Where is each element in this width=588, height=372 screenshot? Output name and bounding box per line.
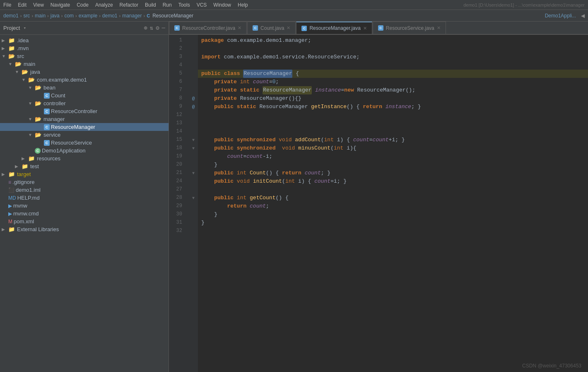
code-line-24: public void initCount(int i) { count=i; … — [198, 177, 588, 186]
settings-icon[interactable]: ⚙ — [156, 24, 159, 31]
file-icon-iml: ⬛ — [8, 187, 14, 193]
code-editor: 1 2 3 4 5 6 7 8 9 12 13 14 15 18 19 20 2… — [169, 35, 588, 372]
code-line-27 — [198, 186, 588, 194]
menu-build[interactable]: Build — [145, 2, 156, 8]
tree-item-idea[interactable]: ▶ 📁 .idea — [0, 36, 169, 44]
tree-item-resourceservice[interactable]: C ResourceService — [0, 139, 169, 147]
tab-close-count[interactable]: ✕ — [287, 25, 290, 31]
menu-tools[interactable]: Tools — [178, 2, 190, 8]
code-line-9: public static ResourceManager getInstanc… — [198, 103, 588, 111]
editor-panel: C ResourceController.java ✕ C Count.java… — [169, 22, 588, 372]
tabs-bar: C ResourceController.java ✕ C Count.java… — [169, 22, 588, 35]
minimize-icon[interactable]: — — [162, 24, 165, 31]
folder-icon-extlibs: 📁 — [8, 226, 16, 232]
bc-main[interactable]: main — [35, 13, 46, 19]
folder-icon-service: 📂 — [35, 132, 42, 138]
folder-icon-main: 📂 — [15, 61, 22, 67]
java-icon-resourceservice: C — [44, 140, 50, 146]
project-dropdown-arrow[interactable]: ▾ — [23, 25, 26, 31]
tree-item-demo1iml[interactable]: ⬛ demo1.iml — [0, 186, 169, 194]
code-line-7: private static ResourceManager instance=… — [198, 86, 588, 94]
file-icon-pom: M — [8, 219, 12, 225]
tree-item-java[interactable]: ▼ 📂 java — [0, 68, 169, 76]
bc-current: ResourceManager — [152, 13, 193, 19]
tree-item-demo1app[interactable]: C Demo1Application — [0, 147, 169, 155]
bc-example[interactable]: example — [79, 13, 97, 19]
tab-count[interactable]: C Count.java ✕ — [247, 22, 296, 34]
tree-item-count[interactable]: C Count — [0, 92, 169, 99]
code-line-31: } — [198, 219, 588, 227]
tab-icon-rm: C — [301, 26, 307, 31]
bc-demo1-pkg[interactable]: demo1 — [102, 13, 118, 19]
bc-nav-back[interactable]: ◀ — [581, 13, 585, 19]
menu-run[interactable]: Run — [163, 2, 172, 8]
tree-item-resourcecontroller[interactable]: C ResourceController — [0, 107, 169, 115]
menu-window[interactable]: Window — [213, 2, 231, 8]
code-line-28: public int getCount() { — [198, 194, 588, 202]
menu-view[interactable]: View — [33, 2, 44, 8]
tree-item-manager[interactable]: ▼ 📂 manager — [0, 115, 169, 123]
tree-item-main[interactable]: ▼ 📂 main — [0, 60, 169, 68]
tree-item-extlibs[interactable]: ▶ 📁 External Libraries — [0, 225, 169, 233]
folder-icon-com: 📂 — [28, 77, 36, 83]
menu-vcs[interactable]: VCS — [197, 2, 207, 8]
bc-com[interactable]: com — [64, 13, 74, 19]
project-header: Project ▾ ⊕ ⇅ ⚙ — — [0, 22, 169, 35]
tree-item-helpmd[interactable]: MD HELP.md — [0, 194, 169, 202]
bc-java[interactable]: java — [51, 13, 60, 19]
tree-item-test[interactable]: ▶ 📁 test — [0, 162, 169, 170]
menu-code[interactable]: Code — [77, 2, 89, 8]
spring-icon-demo1app: C — [35, 148, 41, 154]
folder-icon-bean: 📂 — [35, 85, 42, 91]
tab-close-rm[interactable]: ✕ — [363, 26, 367, 31]
folder-icon-src: 📂 — [8, 53, 16, 59]
code-line-2 — [198, 45, 588, 53]
tree-item-pomxml[interactable]: M pom.xml — [0, 217, 169, 225]
filter-icon[interactable]: ⇅ — [150, 24, 153, 31]
tab-close-rc[interactable]: ✕ — [238, 25, 241, 31]
tree-item-mvnwcmd[interactable]: ▶ mvnw.cmd — [0, 210, 169, 217]
menu-file[interactable]: File — [3, 2, 11, 8]
tree-item-controller[interactable]: ▼ 📂 controller — [0, 99, 169, 107]
bc-manager[interactable]: manager — [122, 13, 142, 19]
file-icon-mvnw: ▶ — [8, 203, 12, 209]
menu-edit[interactable]: Edit — [18, 2, 27, 8]
menu-refactor[interactable]: Refactor — [120, 2, 138, 8]
project-header-icons: ⊕ ⇅ ⚙ — — [144, 24, 165, 31]
code-line-15: public synchronized void addCount(int i)… — [198, 136, 588, 144]
code-line-30: } — [198, 210, 588, 219]
folder-icon-idea: 📁 — [8, 37, 16, 43]
code-line-6: private int count=0; — [198, 78, 588, 86]
tree-item-gitignore[interactable]: ≡ .gitignore — [0, 178, 169, 186]
tree-item-mvn[interactable]: ▶ 📁 .mvn — [0, 44, 169, 52]
tree-item-bean[interactable]: ▼ 📂 bean — [0, 84, 169, 92]
bc-demo1[interactable]: demo1 — [3, 13, 19, 19]
project-title: Project — [3, 25, 20, 31]
tab-resourcemanager[interactable]: C ResourceManager.java ✕ — [296, 22, 372, 34]
tab-resourcecontroller[interactable]: C ResourceController.java ✕ — [169, 22, 247, 34]
code-line-32 — [198, 227, 588, 235]
code-line-3: import com.example.demo1.service.Resourc… — [198, 53, 588, 61]
menu-analyze[interactable]: Analyze — [95, 2, 113, 8]
bc-src[interactable]: src — [23, 13, 30, 19]
tree-item-target[interactable]: ▶ 📁 target — [0, 170, 169, 178]
code-line-12 — [198, 111, 588, 119]
tab-close-rs[interactable]: ✕ — [437, 25, 441, 31]
tree-item-service[interactable]: ▼ 📂 service — [0, 131, 169, 139]
tab-resourceservice[interactable]: C ResourceService.java ✕ — [373, 22, 446, 34]
tree-item-com[interactable]: ▼ 📂 com.example.demo1 — [0, 76, 169, 84]
folder-icon-test: 📁 — [22, 163, 29, 169]
line-numbers: 1 2 3 4 5 6 7 8 9 12 13 14 15 18 19 20 2… — [169, 35, 189, 372]
tree-item-mvnw[interactable]: ▶ mvnw — [0, 202, 169, 210]
tab-icon-rs: C — [378, 25, 383, 31]
locate-icon[interactable]: ⊕ — [144, 24, 147, 31]
tree-item-resources[interactable]: ▶ 📁 resources — [0, 155, 169, 162]
menu-navigate[interactable]: Navigate — [51, 2, 70, 8]
code-content[interactable]: package com.example.demo1.manager; impor… — [198, 35, 588, 372]
code-line-8: private ResourceManager(){} — [198, 94, 588, 103]
code-line-21: public int Count() { return count; } — [198, 169, 588, 177]
tree-item-src[interactable]: ▼ 📂 src — [0, 52, 169, 60]
menu-help[interactable]: Help — [238, 2, 248, 8]
tree-item-resourcemanager[interactable]: C ResourceManager — [0, 123, 169, 131]
watermark: CSDN @weixin_47306453 — [522, 363, 581, 369]
